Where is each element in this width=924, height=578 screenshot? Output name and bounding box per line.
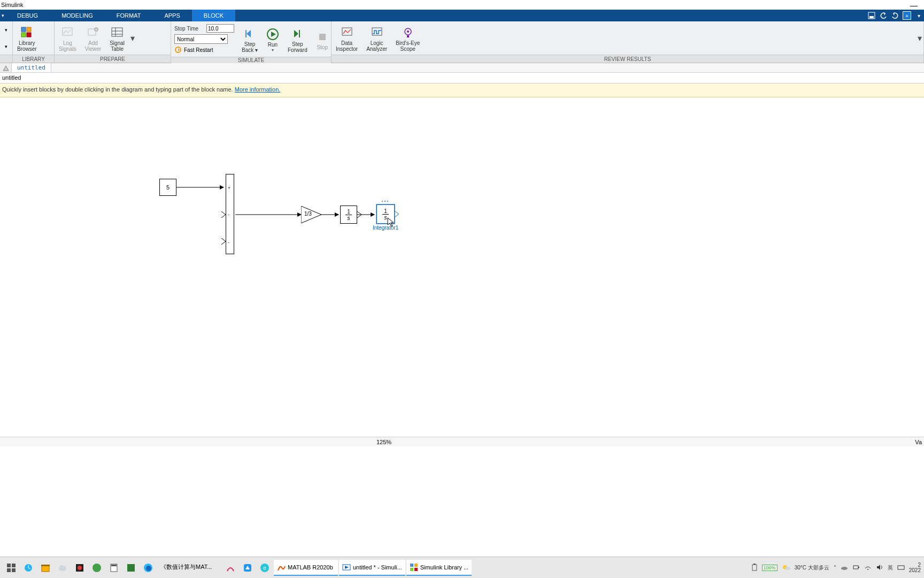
- help-shortcuts-icon[interactable]: »: [903, 11, 911, 20]
- svg-rect-17: [245, 30, 247, 37]
- taskbar-browser-icon[interactable]: e: [257, 560, 273, 576]
- block-sum[interactable]: + - -: [226, 174, 234, 254]
- tray-power-icon[interactable]: [852, 564, 860, 572]
- zoom-level[interactable]: 125%: [376, 439, 391, 445]
- undo-icon[interactable]: [879, 11, 888, 20]
- ribbon: ▾ ▾ Library Browser LIBRARY Log Signals: [0, 21, 924, 63]
- tray-chevron-up-icon[interactable]: ˄: [834, 565, 836, 571]
- window-minimize-button[interactable]: —: [910, 1, 918, 10]
- svg-rect-1: [869, 16, 874, 18]
- battery-icon[interactable]: [751, 564, 758, 572]
- svg-marker-15: [178, 48, 180, 51]
- integrator1-num: 1: [382, 208, 389, 215]
- diagram-wires: [0, 97, 924, 437]
- add-viewer-button[interactable]: + Add Viewer: [81, 22, 105, 54]
- taskbar-start-button[interactable]: [3, 560, 19, 576]
- sim-mode-select[interactable]: Normal: [174, 34, 228, 44]
- taskbar-screenshot-icon[interactable]: [222, 560, 238, 576]
- taskbar-feishu-icon[interactable]: [240, 560, 256, 576]
- sim-settings: Stop Time Normal Fast Restart: [171, 21, 237, 57]
- battery-percent: 100%: [762, 565, 777, 571]
- tray-ime[interactable]: 英: [888, 564, 893, 572]
- redo-icon[interactable]: [891, 11, 899, 20]
- svg-rect-6: [63, 28, 72, 35]
- tab-modeling[interactable]: MODELING: [50, 10, 105, 21]
- fast-restart-toggle[interactable]: Fast Restart: [184, 47, 213, 53]
- svg-rect-27: [407, 35, 409, 37]
- taskbar-app-library[interactable]: Simulink Library ...: [406, 560, 472, 576]
- tray-onedrive-icon[interactable]: [841, 564, 848, 572]
- svg-point-50: [146, 566, 151, 571]
- taskbar-nvidia-icon[interactable]: [123, 560, 139, 576]
- svg-rect-57: [414, 564, 418, 567]
- run-button[interactable]: Run ▾: [262, 23, 283, 55]
- sum-port-plus: +: [228, 185, 230, 191]
- svg-rect-59: [414, 568, 418, 571]
- tray-keyboard-icon[interactable]: [897, 564, 905, 572]
- block-gain-value: 1/3: [304, 211, 312, 217]
- tab-leading-dropdown[interactable]: ▾: [0, 10, 5, 21]
- taskbar-app-matlab[interactable]: MATLAB R2020b: [274, 560, 338, 576]
- signal-table-button[interactable]: Signal Table: [105, 22, 129, 54]
- hint-banner-text: Quickly insert blocks by double clicking…: [2, 86, 235, 93]
- data-inspector-button[interactable]: Data Inspector: [332, 22, 362, 54]
- breadcrumb-tab-untitled[interactable]: untitled: [12, 63, 51, 72]
- sum-port-minus-1: -: [228, 212, 229, 217]
- hint-banner-link[interactable]: More information.: [235, 86, 281, 93]
- weather-text[interactable]: 30°C 大部多云: [795, 564, 829, 572]
- log-signals-button[interactable]: Log Signals: [55, 22, 81, 54]
- tab-format[interactable]: FORMAT: [105, 10, 153, 21]
- ribbon-quick-dropdown-2[interactable]: ▾: [5, 44, 7, 49]
- tab-block[interactable]: BLOCK: [192, 10, 235, 21]
- window-title: Simulink: [1, 2, 24, 8]
- step-forward-button[interactable]: Step Forward: [283, 23, 312, 55]
- review-more-dropdown[interactable]: ▾: [916, 22, 923, 54]
- block-constant[interactable]: 5: [159, 179, 176, 196]
- svg-rect-38: [42, 566, 49, 572]
- svg-marker-16: [247, 30, 251, 37]
- tray-wifi-icon[interactable]: [864, 564, 872, 572]
- taskbar-cloud-icon[interactable]: [55, 560, 71, 576]
- integrator1-den: s: [384, 215, 387, 220]
- taskbar-app-doc[interactable]: 《数值计算与MAT...: [157, 560, 221, 576]
- integrator1-out-port: [395, 211, 399, 217]
- tab-apps[interactable]: APPS: [152, 10, 191, 21]
- taskbar-record-icon[interactable]: [72, 560, 88, 576]
- block-integrator[interactable]: 1 s: [340, 206, 357, 224]
- svg-point-26: [407, 31, 409, 33]
- block-gain[interactable]: 1/3: [301, 206, 321, 223]
- logic-analyzer-button[interactable]: Logic Analyzer: [362, 22, 391, 54]
- taskbar-edge-icon[interactable]: [140, 560, 156, 576]
- step-back-button[interactable]: Step Back ▾: [237, 23, 262, 55]
- os-taskbar: 《数值计算与MAT... e MATLAB R2020b untitled * …: [0, 557, 924, 578]
- breadcrumb-home-button[interactable]: [0, 63, 12, 72]
- tab-debug[interactable]: DEBUG: [5, 10, 50, 21]
- svg-rect-3: [27, 27, 31, 32]
- svg-rect-48: [127, 564, 135, 572]
- fast-restart-icon: [174, 46, 182, 54]
- taskbar-evernote-icon[interactable]: [89, 560, 105, 576]
- taskbar-app-simulink[interactable]: untitled * - Simuli...: [339, 560, 405, 576]
- tray-datetime[interactable]: 2 2022: [909, 562, 921, 573]
- taskbar-store-icon[interactable]: [37, 560, 53, 576]
- svg-point-64: [841, 567, 848, 570]
- svg-rect-24: [372, 28, 382, 35]
- tray-volume-icon[interactable]: [876, 564, 883, 572]
- tabstrip-caret-icon[interactable]: ▾: [914, 11, 923, 20]
- library-browser-button[interactable]: Library Browser: [13, 22, 41, 54]
- svg-point-63: [785, 567, 790, 570]
- svg-point-44: [78, 566, 82, 570]
- taskbar-calculator-icon[interactable]: [106, 560, 122, 576]
- cursor-icon: [387, 217, 395, 227]
- stop-button[interactable]: Stop: [312, 23, 333, 55]
- prepare-more-dropdown[interactable]: ▾: [129, 22, 136, 54]
- diagram-canvas[interactable]: 5 + - - 1/3 1 s ⋯ 1 s Integrator1: [0, 97, 924, 437]
- ribbon-group-simulate-label: SIMULATE: [171, 57, 331, 63]
- run-dropdown-caret[interactable]: ▾: [272, 48, 274, 52]
- ribbon-quick-dropdown-1[interactable]: ▾: [5, 27, 7, 33]
- stop-time-input[interactable]: [206, 24, 234, 33]
- taskbar-systray: 100% 30°C 大部多云 ˄ 英 2 2022: [751, 562, 921, 573]
- birds-eye-scope-button[interactable]: Bird's-Eye Scope: [391, 22, 424, 54]
- taskbar-clock-icon[interactable]: [20, 560, 36, 576]
- save-layout-icon[interactable]: [867, 11, 876, 20]
